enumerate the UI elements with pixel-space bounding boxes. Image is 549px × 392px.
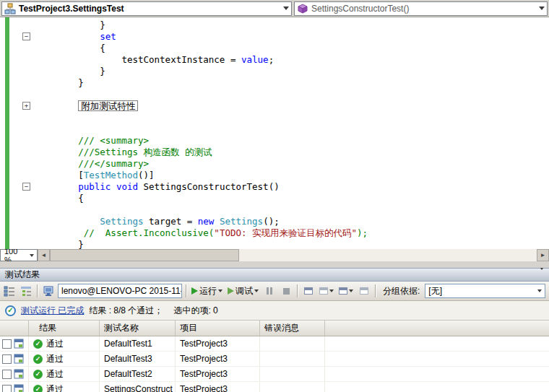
horizontal-scrollbar[interactable]: ◄ ► bbox=[38, 249, 549, 261]
scrollbar-thumb[interactable] bbox=[50, 249, 239, 261]
fold-collapse-marker[interactable]: − bbox=[22, 32, 30, 40]
test-results-panel: 测试结果 bbox=[0, 268, 549, 392]
code-token: // Assert.Inconclusive( bbox=[35, 227, 214, 238]
window-splitter[interactable] bbox=[0, 261, 549, 268]
test-run-status-link[interactable]: 测试运行 已完成 bbox=[21, 305, 84, 317]
zoom-combobox[interactable]: 100 % bbox=[0, 249, 38, 261]
group-by-value: [无] bbox=[428, 285, 442, 297]
row-checkbox[interactable] bbox=[2, 339, 12, 349]
zoom-dropdown-arrow-icon[interactable] bbox=[26, 250, 37, 261]
stop-test-run-button[interactable] bbox=[279, 283, 293, 299]
row-filler bbox=[325, 382, 549, 392]
scroll-right-button[interactable]: ► bbox=[537, 249, 549, 261]
selection-margin[interactable] bbox=[9, 17, 21, 249]
code-token: void bbox=[116, 181, 138, 192]
code-line[interactable]: Settings target = new Settings(); bbox=[35, 216, 549, 227]
project-cell: TestProject3 bbox=[176, 382, 260, 392]
code-token bbox=[35, 216, 100, 227]
code-line[interactable]: { bbox=[35, 193, 549, 204]
type-selector-combobox[interactable]: TestProject3.SettingsTest bbox=[1, 1, 292, 16]
group-by-combobox[interactable]: [无] bbox=[425, 284, 545, 298]
code-line[interactable]: ///</summary> bbox=[35, 158, 549, 170]
test-icon bbox=[14, 354, 24, 364]
code-token: TestMethod bbox=[84, 170, 138, 180]
group-view-button[interactable] bbox=[19, 283, 33, 299]
code-line[interactable]: public void SettingsConstructorTest() bbox=[35, 181, 549, 193]
code-line[interactable] bbox=[35, 123, 549, 135]
code-line[interactable]: } bbox=[35, 77, 549, 89]
debug-label: 调试 bbox=[235, 285, 253, 297]
scrollbar-track[interactable] bbox=[50, 249, 537, 261]
pause-test-run-button[interactable] bbox=[262, 283, 277, 299]
row-filler bbox=[325, 336, 549, 351]
checkbox-column-header[interactable] bbox=[0, 321, 29, 336]
column-header-test-name[interactable]: 测试名称 bbox=[100, 321, 176, 336]
pass-status-icon: ✓ bbox=[33, 370, 43, 379]
column-header-project[interactable]: 项目 bbox=[176, 321, 260, 336]
code-line[interactable] bbox=[35, 89, 549, 100]
code-line[interactable] bbox=[35, 112, 549, 123]
run-dropdown-arrow-icon bbox=[218, 289, 222, 292]
pass-status-icon: ✓ bbox=[33, 354, 43, 364]
test-result-row[interactable]: ✓ 通过 DefaultTest3 TestProject3 bbox=[0, 352, 549, 367]
collapsed-region-box[interactable]: 附加测试特性 bbox=[78, 100, 138, 111]
member-selector-combobox[interactable]: SettingsConstructorTest() bbox=[294, 1, 548, 16]
code-line[interactable]: [TestMethod()] bbox=[35, 170, 549, 181]
list-view-button[interactable] bbox=[2, 283, 17, 299]
test-run-target-combobox[interactable]: lenovo@LENOVO-PC 2015-11- bbox=[58, 284, 182, 298]
result-text: 通过 bbox=[46, 368, 64, 380]
row-filler bbox=[325, 352, 549, 366]
dropdown-arrow-icon[interactable] bbox=[534, 284, 545, 297]
dropdown-arrow-icon[interactable] bbox=[280, 2, 291, 15]
error-message-cell bbox=[260, 336, 325, 351]
fold-collapse-marker[interactable]: − bbox=[22, 183, 30, 191]
code-token: } bbox=[35, 77, 84, 88]
run-target-button[interactable] bbox=[41, 283, 56, 299]
run-icon bbox=[191, 287, 198, 295]
run-tests-button[interactable]: 运行 bbox=[190, 283, 224, 299]
debug-tests-button[interactable]: 调试 bbox=[226, 283, 260, 299]
test-result-row[interactable]: ✓ 通过 DefaultTest1 TestProject3 bbox=[0, 336, 549, 352]
project-cell: TestProject3 bbox=[176, 367, 260, 381]
panel-menu-chevron-icon[interactable] bbox=[540, 270, 544, 280]
code-line[interactable]: } bbox=[35, 239, 549, 249]
code-editor[interactable]: −+− } set { testContextInstance = value;… bbox=[0, 17, 549, 249]
scroll-left-button[interactable]: ◄ bbox=[38, 249, 50, 261]
code-token: set bbox=[100, 31, 116, 42]
export-results-button[interactable] bbox=[337, 283, 355, 299]
view-details-button[interactable] bbox=[301, 283, 316, 299]
code-line[interactable]: testContextInstance = value; bbox=[35, 54, 549, 66]
row-checkbox[interactable] bbox=[2, 385, 12, 392]
fold-expand-marker[interactable]: + bbox=[22, 102, 30, 110]
row-checkbox[interactable] bbox=[2, 370, 12, 379]
pass-status-icon: ✓ bbox=[33, 339, 43, 349]
test-result-row[interactable]: ✓ 通过 DefaultTest2 TestProject3 bbox=[0, 367, 549, 382]
details-window-icon bbox=[304, 287, 313, 295]
class-icon bbox=[4, 3, 16, 14]
code-line[interactable]: ///Settings 构造函数 的测试 bbox=[35, 147, 549, 158]
test-result-row[interactable]: ✓ 通过 SettingsConstruct TestProject3 bbox=[0, 382, 549, 392]
dropdown-arrow-icon[interactable] bbox=[536, 2, 547, 15]
code-token: Settings bbox=[100, 216, 143, 227]
column-header-result[interactable]: 结果 bbox=[29, 321, 100, 336]
pause-icon bbox=[267, 287, 272, 295]
test-icon bbox=[14, 339, 24, 349]
column-header-error-message[interactable]: 错误消息 bbox=[260, 321, 325, 336]
columns-button[interactable] bbox=[357, 283, 371, 299]
group-by-label: 分组依据: bbox=[383, 285, 420, 297]
open-results-button[interactable] bbox=[318, 283, 335, 299]
code-line[interactable]: } bbox=[35, 66, 549, 77]
code-line[interactable] bbox=[35, 204, 549, 216]
code-line[interactable]: /// <summary> bbox=[35, 135, 549, 147]
code-line[interactable]: set bbox=[35, 31, 549, 43]
row-checkbox[interactable] bbox=[2, 354, 12, 364]
error-message-cell bbox=[260, 382, 325, 392]
panel-title-bar: 测试结果 bbox=[0, 268, 549, 282]
code-area[interactable]: } set { testContextInstance = value; } }… bbox=[32, 17, 549, 249]
code-line[interactable]: // Assert.Inconclusive("TODO: 实现用来验证目标的代… bbox=[35, 227, 549, 239]
test-run-target-value: lenovo@LENOVO-PC 2015-11- bbox=[61, 286, 182, 296]
code-line[interactable]: } bbox=[35, 19, 549, 31]
code-line[interactable]: { bbox=[35, 43, 549, 54]
code-token: /// <summary> bbox=[35, 135, 149, 146]
code-line[interactable]: 附加测试特性 bbox=[35, 100, 549, 112]
